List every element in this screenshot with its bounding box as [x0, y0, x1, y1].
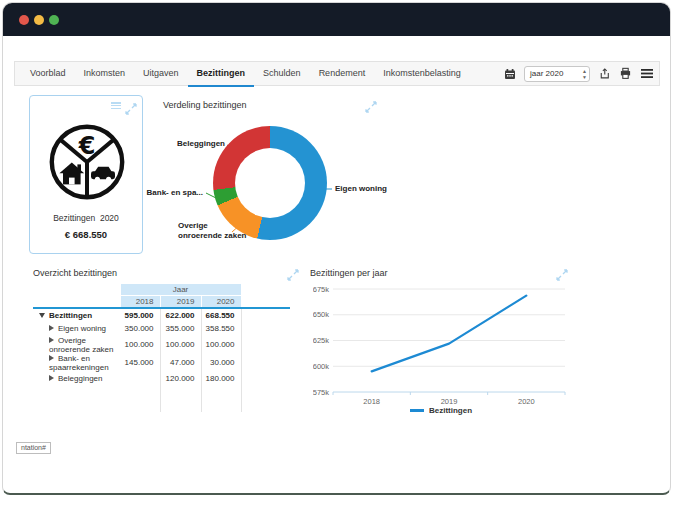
svg-text:575k: 575k: [313, 388, 329, 397]
export-icon[interactable]: [598, 67, 611, 80]
row-label: Bezittingen: [49, 311, 92, 320]
legend-line-icon: [410, 409, 424, 412]
legend-label: Bezittingen: [429, 406, 472, 415]
line-panel-title: Bezittingen per jaar: [310, 268, 388, 278]
svg-text:2018: 2018: [363, 397, 380, 405]
tab-schulden[interactable]: Schulden: [254, 62, 310, 87]
cell-value: 47.000: [160, 354, 201, 372]
svg-text:675k: 675k: [313, 285, 329, 294]
expand-icon[interactable]: [556, 267, 568, 279]
tab-bezittingen[interactable]: Bezittingen: [188, 62, 255, 87]
menu-icon[interactable]: [640, 67, 653, 80]
donut-hole: [235, 148, 305, 218]
tab-inkomsten[interactable]: Inkomsten: [75, 62, 135, 87]
summary-card-title: Bezittingen 2020: [30, 213, 142, 223]
table-row-eigen-woning[interactable]: Eigen woning 350.000 355.000 358.550: [33, 322, 290, 336]
table-row-beleggingen[interactable]: Beleggingen 120.000 180.000: [33, 372, 290, 386]
row-label: Overige onroerende zaken: [49, 336, 114, 354]
column-header-2020[interactable]: 2020: [201, 296, 241, 308]
cell-value: 145.000: [120, 354, 160, 372]
navbar: Voorblad Inkomsten Uitgaven Bezittingen …: [14, 61, 660, 86]
car-icon: [91, 167, 115, 182]
svg-text:2019: 2019: [441, 397, 458, 405]
year-select[interactable]: jaar 2020 ▲▼: [524, 66, 590, 82]
row-label: Beleggingen: [58, 374, 102, 383]
cell-value: 100.000: [120, 336, 160, 354]
expand-icon[interactable]: [365, 99, 377, 111]
select-stepper-icon: ▲▼: [582, 68, 587, 80]
nav-controls: jaar 2020 ▲▼: [503, 62, 653, 85]
table-row-overige[interactable]: Overige onroerende zaken 100.000 100.000…: [33, 336, 290, 354]
cell-value: 120.000: [160, 372, 201, 386]
cell-value: 595.000: [120, 308, 160, 322]
expand-icon[interactable]: [287, 267, 299, 279]
cell-value: 180.000: [201, 372, 241, 386]
close-button[interactable]: [19, 15, 29, 25]
svg-text:650k: 650k: [313, 310, 329, 319]
donut-label-bank: Bank- en spa...: [143, 188, 203, 197]
legend-item[interactable]: Bezittingen: [313, 406, 569, 415]
year-select-value: jaar 2020: [530, 69, 563, 78]
table-panel-title: Overzicht bezittingen: [33, 268, 117, 278]
donut-label-eigen-woning: Eigen woning: [335, 184, 387, 193]
cell-value: 100.000: [160, 336, 201, 354]
column-group-label: Jaar: [120, 284, 241, 296]
svg-text:625k: 625k: [313, 336, 329, 345]
cell-value: 30.000: [201, 354, 241, 372]
cell-value: 100.000: [201, 336, 241, 354]
tab-uitgaven[interactable]: Uitgaven: [134, 62, 188, 87]
collapse-triangle-icon[interactable]: [39, 313, 45, 318]
calendar-icon[interactable]: [503, 67, 516, 80]
row-label: Bank- en spaarrekeningen: [49, 354, 109, 372]
donut-panel-title: Verdeling bezittingen: [163, 100, 247, 110]
cell-value: 350.000: [120, 322, 160, 336]
cell-value: 358.550: [201, 322, 241, 336]
tab-voorblad[interactable]: Voorblad: [21, 62, 75, 87]
svg-text:2020: 2020: [518, 397, 535, 405]
browser-window: Voorblad Inkomsten Uitgaven Bezittingen …: [2, 2, 671, 495]
summary-card-value: € 668.550: [30, 229, 142, 240]
column-header-2018[interactable]: 2018: [120, 296, 160, 308]
card-menu-icon[interactable]: [111, 101, 121, 110]
expand-triangle-icon[interactable]: [49, 325, 54, 331]
table-filler-row: [33, 386, 290, 412]
column-header-2019[interactable]: 2019: [160, 296, 201, 308]
table-row-bezittingen[interactable]: Bezittingen 595.000 622.000 668.550: [33, 308, 290, 322]
expand-icon[interactable]: [125, 101, 137, 113]
zoom-button[interactable]: [49, 15, 59, 25]
table-row-bank[interactable]: Bank- en spaarrekeningen 145.000 47.000 …: [33, 354, 290, 372]
table-group-header-row: Jaar: [33, 284, 290, 296]
window-titlebar: [3, 3, 670, 36]
tab-inkomstenbelasting[interactable]: Inkomstenbelasting: [374, 62, 470, 87]
svg-text:€: €: [78, 132, 96, 160]
print-icon[interactable]: [619, 67, 632, 80]
expand-triangle-icon[interactable]: [49, 375, 54, 381]
summary-card[interactable]: € Bezittingen 2020 € 668.550: [29, 95, 143, 254]
svg-text:600k: 600k: [313, 362, 329, 371]
assets-table: Jaar 2018 2019 2020 Bezittingen 595.000 …: [33, 283, 290, 412]
donut-label-overige: Overige onroerende zaken: [178, 221, 246, 241]
row-label: Eigen woning: [58, 324, 106, 333]
line-chart[interactable]: 575k600k625k650k675k201820192020: [313, 281, 569, 405]
status-tooltip: ntation#: [16, 442, 51, 454]
expand-triangle-icon[interactable]: [49, 337, 54, 343]
table-year-header-row: 2018 2019 2020: [33, 296, 290, 308]
cell-value: [120, 372, 160, 386]
house-icon: [59, 162, 84, 184]
donut-label-beleggingen: Beleggingen: [163, 139, 225, 148]
app-screen: Voorblad Inkomsten Uitgaven Bezittingen …: [0, 0, 674, 506]
expand-triangle-icon[interactable]: [49, 355, 54, 361]
cell-value: 622.000: [160, 308, 201, 322]
minimize-button[interactable]: [34, 15, 44, 25]
cell-value: 355.000: [160, 322, 201, 336]
tab-rendement[interactable]: Rendement: [310, 62, 375, 87]
assets-circle-icon: €: [47, 122, 127, 202]
cell-value: 668.550: [201, 308, 241, 322]
tab-bar: Voorblad Inkomsten Uitgaven Bezittingen …: [21, 62, 470, 85]
